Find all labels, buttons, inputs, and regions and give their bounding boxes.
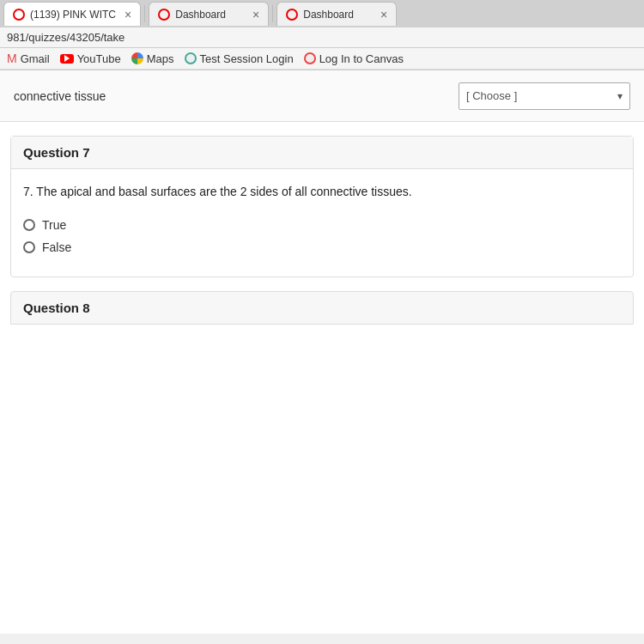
question-7-header: Question 7 — [11, 137, 633, 169]
tab-dashboard-2-title: Dashboard — [303, 9, 372, 21]
question-8-header-label: Question 8 — [23, 301, 90, 315]
bookmark-canvas[interactable]: Log In to Canvas — [304, 52, 404, 65]
page-content: connective tissue [ Choose ] ▾ Question … — [0, 70, 644, 634]
choose-select-text: [ Choose ] — [466, 89, 517, 102]
connective-tissue-label: connective tissue — [14, 89, 459, 103]
tab-quiz-favicon — [13, 9, 25, 21]
bookmark-test-session[interactable]: Test Session Login — [185, 52, 294, 65]
bookmark-canvas-label: Log In to Canvas — [319, 52, 404, 65]
bookmark-gmail-label: Gmail — [21, 52, 50, 65]
bookmark-youtube[interactable]: YouTube — [60, 52, 121, 65]
tab-divider-2 — [272, 5, 273, 22]
tab-dashboard-2-close[interactable]: × — [380, 8, 387, 21]
bookmarks-bar: M Gmail YouTube Maps Test Session Login … — [0, 48, 644, 70]
tab-quiz-title: (1139) PINK WITC — [30, 9, 116, 21]
tab-quiz-close[interactable]: × — [125, 8, 131, 21]
bookmark-test-session-label: Test Session Login — [200, 52, 294, 65]
maps-icon — [131, 52, 143, 64]
browser-chrome: (1139) PINK WITC × Dashboard × Dashboard… — [0, 0, 644, 70]
question-7-body: 7. The apical and basal surfaces are the… — [11, 169, 633, 276]
connective-tissue-row: connective tissue [ Choose ] ▾ — [0, 70, 644, 122]
question-7-number: 7. — [23, 185, 33, 198]
option-true[interactable]: True — [23, 218, 621, 232]
bookmark-maps[interactable]: Maps — [131, 52, 174, 65]
option-false-label: False — [42, 240, 71, 254]
question-7-content: The apical and basal surfaces are the 2 … — [36, 185, 411, 198]
gmail-icon: M — [7, 52, 17, 65]
question-7-text: 7. The apical and basal surfaces are the… — [23, 183, 621, 201]
bookmark-youtube-label: YouTube — [77, 52, 121, 65]
option-true-label: True — [42, 218, 66, 232]
address-text: 981/quizzes/43205/take — [7, 31, 125, 44]
youtube-icon — [60, 54, 74, 64]
tab-dashboard-1[interactable]: Dashboard × — [149, 2, 269, 26]
question-7-block: Question 7 7. The apical and basal surfa… — [10, 136, 634, 277]
tab-divider-1 — [144, 5, 145, 22]
bookmark-maps-label: Maps — [147, 52, 174, 65]
tab-bar: (1139) PINK WITC × Dashboard × Dashboard… — [0, 0, 644, 27]
question-8-header: Question 8 — [10, 291, 634, 325]
choose-select[interactable]: [ Choose ] ▾ — [459, 82, 630, 110]
tab-dashboard-1-title: Dashboard — [175, 9, 244, 21]
option-false[interactable]: False — [23, 240, 621, 254]
tab-dashboard-1-favicon — [158, 9, 170, 21]
address-bar[interactable]: 981/quizzes/43205/take — [0, 27, 644, 48]
tab-dashboard-1-close[interactable]: × — [252, 8, 259, 21]
tab-quiz[interactable]: (1139) PINK WITC × — [3, 2, 141, 26]
question-7-header-label: Question 7 — [23, 145, 90, 160]
canvas-icon — [304, 52, 316, 64]
bookmark-gmail[interactable]: M Gmail — [7, 52, 50, 65]
radio-true[interactable] — [23, 219, 35, 231]
select-arrow-icon: ▾ — [617, 90, 623, 102]
tab-dashboard-2[interactable]: Dashboard × — [276, 2, 397, 26]
radio-false[interactable] — [23, 241, 35, 253]
tab-dashboard-2-favicon — [286, 9, 298, 21]
test-session-icon — [185, 52, 197, 64]
